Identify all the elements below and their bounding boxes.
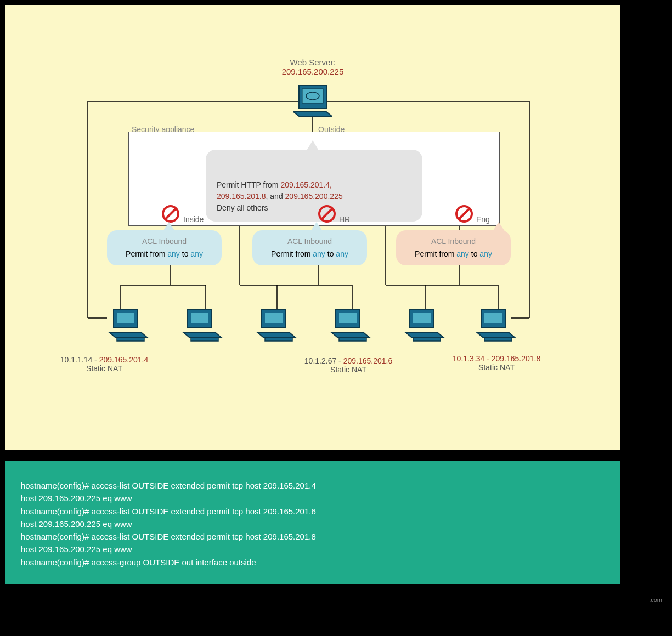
deny-icon: [161, 204, 180, 224]
nat-label-left: 10.1.1.14 - 209.165.201.4 Static NAT: [41, 355, 167, 373]
svg-line-29: [321, 208, 332, 219]
permit-callout: Permit HTTP from 209.165.201.4, 209.165.…: [206, 150, 422, 222]
workstation-icon: [255, 307, 293, 340]
cli-line: hostname(config)# access-group OUTSIDE o…: [21, 556, 605, 569]
svg-rect-38: [117, 338, 144, 341]
workstation-icon: [329, 307, 368, 340]
workstation-icon: [475, 307, 513, 340]
svg-rect-36: [117, 313, 134, 323]
diagram-root: Web Server: 209.165.200.225 Security app…: [0, 0, 672, 636]
cli-line: host 209.165.200.225 eq www: [21, 543, 605, 555]
svg-rect-52: [413, 313, 431, 323]
svg-marker-25: [306, 140, 319, 151]
acl-rule: Permit from any to any: [259, 248, 360, 260]
svg-rect-56: [484, 313, 502, 323]
acl-rule: Permit from any to any: [114, 248, 215, 260]
diagram-canvas: Web Server: 209.165.200.225 Security app…: [5, 5, 620, 450]
svg-line-27: [165, 208, 176, 219]
permit-rule-text: Permit HTTP from 209.165.201.4, 209.165.…: [217, 179, 411, 202]
acl-title: ACL Inbound: [403, 236, 504, 247]
watermark: .com: [649, 597, 662, 603]
deny-icon: [317, 204, 337, 224]
nat-label-mid: 10.1.2.67 - 209.165.201.6 Static NAT: [285, 356, 411, 374]
acl-callout-eng: ACL Inbound Permit from any to any: [396, 230, 511, 265]
acl-rule: Permit from any to any: [403, 248, 504, 260]
web-server-ip: 209.165.200.225: [282, 67, 344, 76]
svg-rect-50: [339, 338, 366, 341]
svg-rect-58: [484, 338, 512, 341]
svg-rect-42: [191, 338, 218, 341]
svg-rect-22: [302, 89, 323, 103]
svg-marker-41: [183, 332, 222, 338]
svg-rect-54: [413, 338, 441, 341]
workstation-icon: [181, 307, 219, 340]
web-server-text: Web Server:: [290, 58, 335, 67]
workstation-icon: [403, 307, 442, 340]
acl-callout-inside: ACL Inbound Permit from any to any: [107, 230, 222, 265]
acl-callout-hr: ACL Inbound Permit from any to any: [252, 230, 367, 265]
svg-rect-44: [265, 313, 283, 323]
cli-output-panel: hostname(config)# access-list OUTSIDE ex…: [5, 461, 620, 584]
svg-rect-46: [265, 338, 292, 341]
svg-line-31: [459, 208, 470, 219]
cli-line: host 209.165.200.225 eq www: [21, 492, 605, 504]
nat-label-right: 10.1.3.34 - 209.165.201.8 Static NAT: [433, 354, 560, 372]
svg-marker-53: [405, 332, 444, 338]
deny-icon: [454, 204, 474, 224]
workstation-icon: [107, 307, 145, 340]
svg-rect-48: [339, 313, 357, 323]
cli-line: hostname(config)# access-list OUTSIDE ex…: [21, 479, 605, 492]
svg-marker-37: [109, 332, 148, 338]
svg-marker-45: [257, 332, 296, 338]
eng-label: Eng: [476, 215, 490, 224]
svg-marker-57: [477, 332, 515, 338]
callout-pointer-up: [306, 140, 319, 151]
web-server-label: Web Server: 209.165.200.225: [5, 58, 620, 76]
deny-rule-text: Deny all others: [217, 202, 411, 214]
server-icon: [293, 82, 332, 122]
acl-title: ACL Inbound: [114, 236, 215, 247]
svg-marker-49: [331, 332, 370, 338]
acl-title: ACL Inbound: [259, 236, 360, 247]
inside-label: Inside: [183, 215, 204, 224]
cli-line: host 209.165.200.225 eq www: [21, 518, 605, 530]
hr-label: HR: [339, 215, 350, 224]
svg-rect-40: [191, 313, 208, 323]
cli-line: hostname(config)# access-list OUTSIDE ex…: [21, 505, 605, 518]
cli-line: hostname(config)# access-list OUTSIDE ex…: [21, 530, 605, 543]
svg-marker-24: [293, 112, 332, 116]
